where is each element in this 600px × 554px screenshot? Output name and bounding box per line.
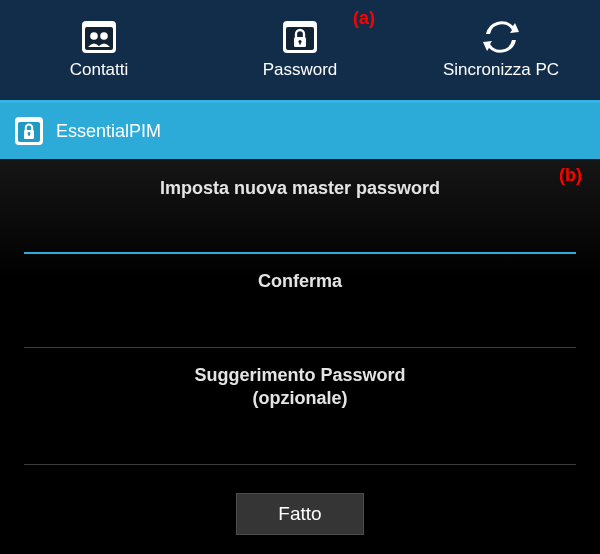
hint-group: Suggerimento Password (opzionale): [24, 364, 576, 411]
hint-input[interactable]: [24, 421, 576, 465]
confirm-label: Conferma: [24, 270, 576, 293]
new-password-label: Imposta nuova master password: [24, 177, 576, 200]
content-area: (b) Imposta nuova master password Confer…: [0, 159, 600, 554]
hint-label-line1: Suggerimento Password: [24, 364, 576, 387]
svg-point-2: [90, 32, 98, 40]
new-password-group: Imposta nuova master password: [24, 177, 576, 200]
svg-rect-13: [28, 134, 29, 137]
svg-rect-8: [299, 41, 301, 44]
confirm-group: Conferma: [24, 270, 576, 293]
tab-password-label: Password: [263, 60, 338, 80]
hint-label-line2: (opzionale): [24, 387, 576, 410]
lock-icon: [280, 19, 320, 55]
tab-sync-label: Sincronizza PC: [443, 60, 559, 80]
titlebar: EssentialPIM: [0, 103, 600, 159]
confirm-input[interactable]: [24, 304, 576, 348]
tab-sync[interactable]: Sincronizza PC: [402, 0, 600, 98]
contacts-icon: [79, 19, 119, 55]
top-tabs: Contatti (a) Password Sincronizza PC: [0, 0, 600, 100]
app-title: EssentialPIM: [56, 121, 161, 142]
tab-contacts-label: Contatti: [70, 60, 129, 80]
button-row: Fatto: [24, 493, 576, 535]
marker-a: (a): [353, 8, 375, 29]
done-button[interactable]: Fatto: [236, 493, 364, 535]
svg-point-3: [100, 32, 108, 40]
new-password-input[interactable]: [24, 210, 576, 254]
marker-b: (b): [559, 165, 582, 186]
tab-contacts[interactable]: Contatti: [0, 0, 198, 98]
sync-icon: [481, 19, 521, 55]
tab-password[interactable]: (a) Password: [201, 0, 399, 98]
app-lock-icon: [14, 116, 44, 146]
